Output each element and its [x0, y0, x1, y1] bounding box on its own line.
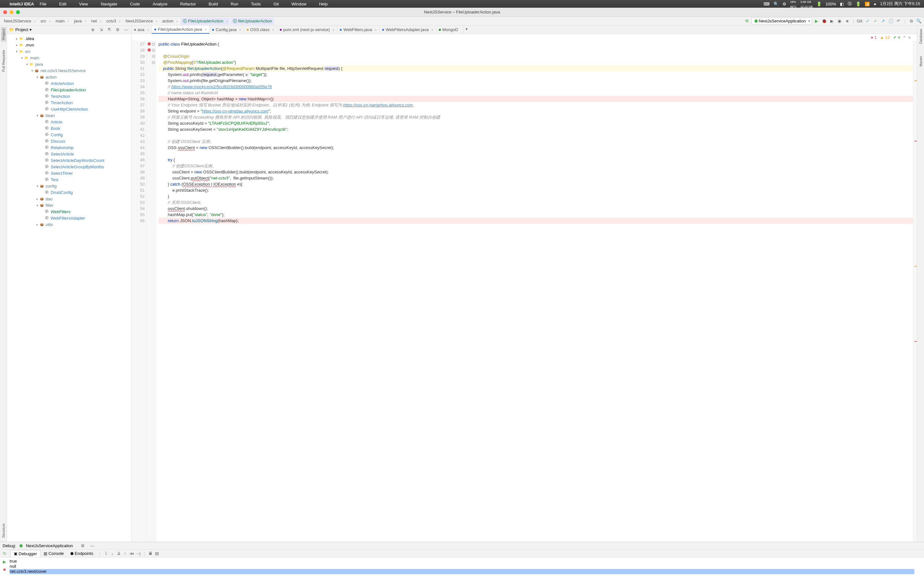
- step-over-button[interactable]: ⤵: [103, 550, 109, 557]
- coverage-button[interactable]: ▶̤: [829, 18, 835, 24]
- editor-tab[interactable]: ava×: [132, 26, 152, 34]
- tree-node[interactable]: ⒸSelectTimer: [7, 170, 131, 176]
- editor-tab[interactable]: Config.java×: [210, 26, 244, 34]
- tree-node[interactable]: ▾📁src: [7, 48, 131, 55]
- close-tab-button[interactable]: ×: [239, 28, 241, 32]
- menu-window[interactable]: Window: [292, 2, 306, 6]
- tree-node[interactable]: ⒸArticle: [7, 119, 131, 125]
- profile-button[interactable]: ◉: [837, 18, 843, 24]
- debugger-tab[interactable]: ▣ Debugger: [10, 550, 40, 557]
- layout-button[interactable]: ▤: [153, 550, 160, 557]
- menu-git[interactable]: Git: [273, 2, 279, 6]
- breadcrumb[interactable]: java: [72, 18, 88, 24]
- resume-button[interactable]: ▶: [1, 559, 8, 565]
- editor-tab[interactable]: pom.xml (next-js-service)×: [277, 26, 338, 34]
- tree-node[interactable]: ▸📁.mvn: [7, 42, 131, 48]
- wifi-icon[interactable]: 📶: [865, 2, 870, 6]
- breakpoint-gutter[interactable]: [147, 40, 152, 542]
- search-icon[interactable]: 🔍: [774, 2, 779, 6]
- project-view-selector[interactable]: 📁 Project ▾: [9, 27, 32, 32]
- rerun-button[interactable]: ↻: [1, 550, 8, 557]
- breadcrumb[interactable]: net: [89, 18, 103, 24]
- expand-all-button[interactable]: ⇲: [98, 27, 104, 33]
- tree-node[interactable]: ⒸConfig: [7, 131, 131, 138]
- menu-code[interactable]: Code: [130, 2, 140, 6]
- vcs-rollback-button[interactable]: ↶: [895, 18, 902, 24]
- keyboard-icon[interactable]: ⌨: [764, 2, 770, 6]
- breakpoint-icon[interactable]: [148, 42, 151, 45]
- menu-run[interactable]: Run: [231, 2, 238, 6]
- search-everywhere-button[interactable]: ⧉: [908, 18, 914, 24]
- vcs-history-button[interactable]: 🕘: [888, 18, 894, 24]
- editor-tab[interactable]: OSS.class×: [244, 26, 277, 34]
- close-tab-button[interactable]: ×: [205, 27, 207, 31]
- tree-node[interactable]: ▸📁.idea: [7, 35, 131, 42]
- editor-tab[interactable]: MongoD: [436, 26, 464, 34]
- tree-node[interactable]: ⒸSelectArticleGroupByMonths: [7, 163, 131, 170]
- tree-node[interactable]: ▸📦utils: [7, 221, 131, 227]
- breadcrumb[interactable]: src: [39, 18, 53, 24]
- tree-node[interactable]: ▾📁main: [7, 55, 131, 61]
- more-button[interactable]: ⋯: [1, 574, 8, 577]
- breadcrumb[interactable]: NextJSService: [2, 18, 37, 24]
- stop-button[interactable]: ■: [844, 18, 851, 24]
- tree-node[interactable]: ⒸRelationship: [7, 144, 131, 151]
- settings-icon[interactable]: ⚙: [79, 543, 86, 549]
- tool-tab-maven[interactable]: Maven: [918, 54, 923, 69]
- tool-tab-project[interactable]: Project: [1, 27, 6, 42]
- line-number-gutter[interactable]: 2728293031323334353637383940414243444546…: [132, 40, 147, 542]
- select-opened-file-button[interactable]: ⊕: [89, 27, 96, 33]
- tree-node[interactable]: ⒸDruidConfig: [7, 189, 131, 195]
- tree-node[interactable]: ⒸTimerAction: [7, 99, 131, 106]
- tree-node[interactable]: ⒸWebFiltersAdapter: [7, 215, 131, 221]
- breadcrumb[interactable]: Ⓒ FileUploaderAction: [181, 18, 230, 25]
- step-into-button[interactable]: ↓: [109, 550, 115, 557]
- settings-button[interactable]: 🔍: [916, 18, 922, 24]
- tray-icon[interactable]: ◧: [840, 2, 844, 6]
- tab-dropdown-button[interactable]: ▾: [464, 26, 470, 32]
- settings-icon[interactable]: ⚙: [115, 27, 121, 33]
- maximize-window-button[interactable]: [16, 10, 20, 14]
- breadcrumb[interactable]: Ⓒ fileUploaderAction: [231, 18, 274, 25]
- editor-tab[interactable]: WebFiltersAdapter.java×: [380, 26, 436, 34]
- run-config-selector[interactable]: ⬢ NextJsServiceApplication: [751, 18, 812, 24]
- close-tab-button[interactable]: ×: [147, 28, 149, 32]
- menu-refactor[interactable]: Refactor: [180, 2, 196, 6]
- tree-node[interactable]: ⒸSelectArticleDayWordsCount: [7, 157, 131, 163]
- tree-node[interactable]: ▾📦filter: [7, 202, 131, 208]
- menu-tools[interactable]: Tools: [251, 2, 260, 6]
- tray-icon[interactable]: Ⓢ: [848, 1, 852, 7]
- tree-node[interactable]: ⒸDiscuss: [7, 138, 131, 144]
- breakpoint-icon[interactable]: [148, 48, 151, 52]
- breadcrumb[interactable]: action: [160, 18, 180, 24]
- run-to-cursor-button[interactable]: →|: [135, 550, 141, 557]
- minimize-window-button[interactable]: [10, 10, 13, 14]
- vcs-update-button[interactable]: ✓: [865, 18, 871, 24]
- tool-tab-structure[interactable]: Structure: [1, 522, 6, 540]
- editor-tab[interactable]: FileUploaderAction.java×: [152, 26, 210, 34]
- tray-icon[interactable]: ●: [874, 2, 876, 6]
- tree-node[interactable]: ▾📁java: [7, 61, 131, 67]
- close-tab-button[interactable]: ×: [375, 28, 376, 32]
- menu-edit[interactable]: Edit: [59, 2, 66, 6]
- tree-node[interactable]: ⒸTest: [7, 176, 131, 183]
- console-tab[interactable]: ▤ Console: [40, 550, 67, 557]
- app-name[interactable]: IntelliJ IDEA: [10, 2, 34, 6]
- tree-node[interactable]: ▾📦net.cctv3.NextJSService: [7, 67, 131, 74]
- tree-node[interactable]: ⒸFileUploaderAction: [7, 87, 131, 93]
- tray-icon[interactable]: 🔋: [856, 2, 861, 6]
- close-tab-button[interactable]: ×: [431, 28, 433, 32]
- project-tree[interactable]: ▸📁.idea ▸📁.mvn ▾📁src ▾📁main ▾📁java ▾📦net…: [7, 34, 131, 542]
- clock[interactable]: 1月2日 周六 下午5:15: [880, 1, 920, 7]
- menu-view[interactable]: View: [79, 2, 88, 6]
- tree-node[interactable]: ⒸArticleAction: [7, 80, 131, 87]
- step-out-button[interactable]: ↑: [122, 550, 128, 557]
- tool-tab-database[interactable]: Database: [918, 27, 923, 46]
- debug-button[interactable]: 🐞: [821, 18, 827, 24]
- tree-node[interactable]: ▾📦bean: [7, 112, 131, 119]
- fold-gutter[interactable]: ⊟⊟⊟⊟: [152, 40, 156, 542]
- drop-frame-button[interactable]: ⏮: [128, 550, 135, 557]
- tree-node[interactable]: ▸📦dao: [7, 195, 131, 202]
- debug-console-output[interactable]: ▶ ■ ⋯ true null net.cctv3.next/cover: [0, 558, 924, 577]
- breadcrumb[interactable]: NextJSService: [124, 18, 159, 24]
